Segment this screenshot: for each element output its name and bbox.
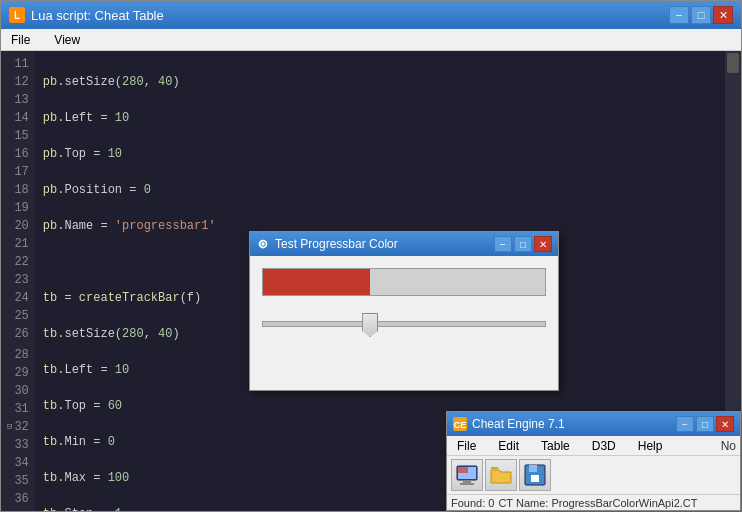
title-controls: − □ ✕ — [669, 6, 733, 24]
ce-window: CE Cheat Engine 7.1 − □ ✕ File Edit Tabl… — [446, 411, 741, 511]
open-folder-button[interactable] — [485, 459, 517, 491]
dialog-title-text: Test Progressbar Color — [275, 237, 398, 251]
ce-menu-d3d[interactable]: D3D — [586, 437, 622, 455]
dialog-title-bar: Test Progressbar Color − □ ✕ — [250, 232, 558, 256]
found-count: Found: 0 — [451, 497, 494, 509]
svg-point-1 — [261, 242, 265, 246]
window-title: Lua script: Cheat Table — [31, 8, 164, 23]
svg-rect-6 — [460, 483, 474, 485]
progress-fill — [263, 269, 370, 295]
ce-menu-help[interactable]: Help — [632, 437, 669, 455]
ce-toolbar — [447, 456, 740, 495]
ce-close-btn[interactable]: ✕ — [716, 416, 734, 432]
progress-bar — [262, 268, 546, 296]
lua-icon: L — [9, 7, 25, 23]
ce-maximize-btn[interactable]: □ — [696, 416, 714, 432]
gear-icon — [256, 237, 270, 251]
ce-menu-table[interactable]: Table — [535, 437, 576, 455]
ct-name: CT Name: ProgressBarColorWinApi2.CT — [498, 497, 697, 509]
title-bar: L Lua script: Cheat Table − □ ✕ — [1, 1, 741, 29]
svg-rect-8 — [458, 467, 468, 473]
svg-rect-11 — [531, 475, 539, 482]
dialog-controls: − □ ✕ — [494, 236, 552, 252]
dialog-minimize-btn[interactable]: − — [494, 236, 512, 252]
ce-title-left: CE Cheat Engine 7.1 — [453, 417, 565, 431]
svg-rect-10 — [529, 465, 537, 472]
ce-title-bar: CE Cheat Engine 7.1 − □ ✕ — [447, 412, 740, 436]
progressbar-dialog: Test Progressbar Color − □ ✕ — [249, 231, 559, 391]
close-button[interactable]: ✕ — [713, 6, 733, 24]
ce-window-title: Cheat Engine 7.1 — [472, 417, 565, 431]
dialog-title-left: Test Progressbar Color — [256, 237, 398, 251]
ce-menu-file[interactable]: File — [451, 437, 482, 455]
dialog-maximize-btn[interactable]: □ — [514, 236, 532, 252]
menu-bar: File View — [1, 29, 741, 51]
ce-window-controls: − □ ✕ — [676, 416, 734, 432]
menu-file[interactable]: File — [5, 31, 36, 49]
maximize-button[interactable]: □ — [691, 6, 711, 24]
ce-menu-edit[interactable]: Edit — [492, 437, 525, 455]
line-numbers: 11 12 13 14 15 16 17 18 19 20 21 22 23 2… — [1, 51, 35, 511]
ce-icon: CE — [453, 417, 467, 431]
menu-view[interactable]: View — [48, 31, 86, 49]
folder-icon — [489, 463, 513, 487]
scrollbar-thumb[interactable] — [727, 53, 739, 73]
save-icon — [523, 463, 547, 487]
open-process-button[interactable] — [451, 459, 483, 491]
save-button[interactable] — [519, 459, 551, 491]
svg-text:CE: CE — [454, 420, 467, 430]
computer-icon — [455, 463, 479, 487]
track-bar[interactable] — [262, 308, 546, 340]
dialog-close-btn[interactable]: ✕ — [534, 236, 552, 252]
ce-menu-bar: File Edit Table D3D Help No — [447, 436, 740, 456]
svg-rect-5 — [463, 480, 471, 483]
ce-no-label: No — [721, 439, 736, 453]
title-bar-left: L Lua script: Cheat Table — [9, 7, 164, 23]
main-window: L Lua script: Cheat Table − □ ✕ File Vie… — [0, 0, 742, 512]
ce-status-bar: Found: 0 CT Name: ProgressBarColorWinApi… — [447, 495, 740, 511]
ce-minimize-btn[interactable]: − — [676, 416, 694, 432]
minimize-button[interactable]: − — [669, 6, 689, 24]
trackbar-track — [262, 321, 546, 327]
dialog-body — [250, 256, 558, 352]
trackbar-thumb[interactable] — [362, 313, 378, 337]
